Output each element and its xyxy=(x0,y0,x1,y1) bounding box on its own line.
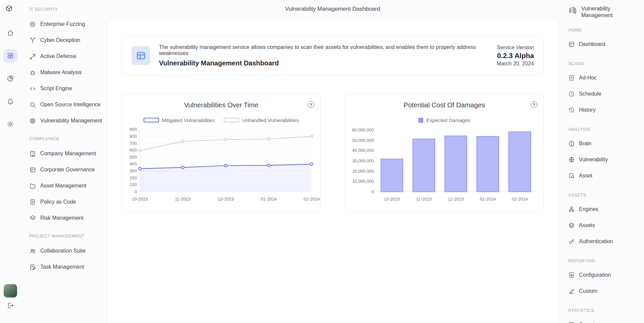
sidebar-item-asset-management[interactable]: Asset Management xyxy=(29,178,104,194)
service-section-title: STATISTICS xyxy=(568,308,642,315)
service-header: Vulnerability Management xyxy=(568,5,642,19)
page-header: Vulnerability Management Dashboard xyxy=(107,0,558,18)
svg-text:11-2023: 11-2023 xyxy=(416,197,432,202)
service-section-statistics: STATISTICSOverview xyxy=(568,308,642,323)
service-item-assets[interactable]: Assets xyxy=(568,217,642,233)
service-item-asset[interactable]: Asset xyxy=(568,168,642,184)
sidebar-item-malware-analysis[interactable]: Malware Analysis xyxy=(29,64,104,80)
sidebar-item-label: Asset Management xyxy=(40,183,87,189)
sidebar-item-script-engine[interactable]: Script Engine xyxy=(29,80,104,97)
asset-search-icon xyxy=(568,172,575,179)
svg-text:0: 0 xyxy=(135,189,137,194)
svg-text:11-2023: 11-2023 xyxy=(175,197,191,202)
legend-label: Mitigated Vulnerabilities xyxy=(162,117,215,123)
route-icon xyxy=(29,53,36,60)
sidebar-item-enterprise-fuzzing[interactable]: Enterprise Fuzzing xyxy=(29,16,104,32)
sidebar-section-it-security: IT SECURITYEnterprise FuzzingCyber Decep… xyxy=(29,7,104,129)
service-item-configuration[interactable]: Configuration xyxy=(568,267,642,283)
logout-button[interactable] xyxy=(4,299,17,312)
service-item-history[interactable]: History xyxy=(568,102,642,118)
code-icon xyxy=(29,85,36,92)
svg-text:60,000,000: 60,000,000 xyxy=(352,127,374,132)
svg-text:02-2024: 02-2024 xyxy=(512,197,528,202)
custom-icon xyxy=(568,288,575,294)
sidebar-section-project-management: PROJECT MANAGEMENTCollaboration SuiteTas… xyxy=(29,233,104,275)
legend-swatch xyxy=(224,118,239,122)
sidebar-item-label: Active Defense xyxy=(40,53,76,59)
service-item-label: Brain xyxy=(579,141,591,147)
globe-icon xyxy=(568,156,575,163)
sidebar-item-risk-management[interactable]: Risk Management xyxy=(29,210,104,226)
svg-text:12-2023: 12-2023 xyxy=(218,197,233,202)
service-item-engines[interactable]: Engines xyxy=(568,201,642,217)
service-item-label: Configuration xyxy=(579,272,611,278)
help-icon[interactable]: ? xyxy=(308,101,314,108)
service-item-ad-hoc[interactable]: Ad-Hoc xyxy=(568,70,642,86)
engines-icon xyxy=(568,206,575,213)
rail-notifications-button[interactable] xyxy=(4,95,17,108)
potential-cost-of-damages-card: Potential Cost Of Damages ? Expected Dam… xyxy=(345,94,544,212)
bar-chart: 010,000,00020,000,00030,000,00040,000,00… xyxy=(345,126,543,204)
page-title: Vulnerability Management Dashboard xyxy=(285,6,380,12)
folder-icon xyxy=(29,182,36,190)
svg-text:400: 400 xyxy=(129,161,137,166)
service-section-reporting: REPORTINGConfigurationCustom xyxy=(568,258,642,299)
sidebar-item-label: Collaboration Suite xyxy=(40,248,86,254)
sidebar-section-title: IT SECURITY xyxy=(29,7,104,13)
rail-settings-button[interactable] xyxy=(4,117,17,131)
sidebar-item-vulnerability-management[interactable]: Vulnerability Management xyxy=(29,113,104,129)
service-item-label: Ad-Hoc xyxy=(579,75,597,81)
service-item-overview[interactable]: Overview xyxy=(568,317,642,323)
policy-icon xyxy=(29,199,36,206)
service-item-brain[interactable]: Brain xyxy=(568,136,642,152)
pie-icon xyxy=(7,75,14,82)
service-item-schedule[interactable]: Schedule xyxy=(568,86,642,102)
charts-row: Vulnerabilities Over Time ? Mitigated Vu… xyxy=(122,94,544,212)
service-version-label: Service Version xyxy=(497,45,534,51)
svg-text:0: 0 xyxy=(372,189,374,194)
service-section-title: ANALYSIS xyxy=(568,127,642,133)
service-nav: HOMEDashboardSCANSAd-HocScheduleHistoryA… xyxy=(568,28,642,323)
sidebar-item-corporate-governance[interactable]: Corporate Governance xyxy=(29,162,104,178)
rail-dashboard-button[interactable] xyxy=(4,49,17,62)
grid-icon xyxy=(7,52,14,59)
service-item-custom[interactable]: Custom xyxy=(568,283,642,299)
sidebar-item-company-management[interactable]: Company Management xyxy=(29,146,104,162)
service-item-dashboard[interactable]: Dashboard xyxy=(568,36,642,52)
sidebar-item-active-defense[interactable]: Active Defense xyxy=(29,48,104,64)
legend-label: Unhandled Vulnerabilities xyxy=(242,117,299,123)
rail-home-button[interactable] xyxy=(4,26,17,40)
svg-text:200: 200 xyxy=(129,175,137,180)
rail-buttons xyxy=(4,26,17,140)
layers-icon xyxy=(568,222,575,229)
help-icon[interactable]: ? xyxy=(531,101,537,108)
service-item-authentication[interactable]: Authentication xyxy=(568,233,642,250)
rail-analytics-button[interactable] xyxy=(4,72,17,85)
service-item-label: Dashboard xyxy=(579,41,605,47)
service-item-vulnerability[interactable]: Vulnerability xyxy=(568,152,642,168)
sidebar-item-label: Malware Analysis xyxy=(40,69,82,75)
people-icon xyxy=(29,248,36,255)
table-grid-icon xyxy=(136,51,146,61)
sidebar-item-task-management[interactable]: Task Management xyxy=(29,259,104,275)
vulnerabilities-over-time-card: Vulnerabilities Over Time ? Mitigated Vu… xyxy=(122,94,321,212)
svg-text:900: 900 xyxy=(129,127,137,132)
adhoc-icon xyxy=(568,74,575,81)
sidebar-item-policy-as-code[interactable]: Policy as Code xyxy=(29,194,104,210)
governance-icon xyxy=(29,166,36,173)
legend-item: Unhandled Vulnerabilities xyxy=(224,117,299,123)
key-icon xyxy=(568,238,575,245)
sidebar-item-cyber-deception[interactable]: Cyber Deception xyxy=(29,32,104,48)
sidebar-section-title: PROJECT MANAGEMENT xyxy=(29,233,104,240)
logout-icon xyxy=(7,302,14,309)
service-section-title: REPORTING xyxy=(568,258,642,265)
banner-description: The vulnerability management service all… xyxy=(159,44,497,56)
svg-text:12-2023: 12-2023 xyxy=(448,197,464,202)
logo-icon xyxy=(5,5,13,12)
sidebar-item-label: Task Management xyxy=(40,264,84,270)
home-icon xyxy=(7,29,14,37)
svg-text:10-2023: 10-2023 xyxy=(132,197,148,202)
sidebar-item-collaboration-suite[interactable]: Collaboration Suite xyxy=(29,243,104,259)
sidebar-item-open-source-intelligence[interactable]: Open Source Intelligence xyxy=(29,97,104,113)
user-avatar[interactable] xyxy=(4,284,17,298)
